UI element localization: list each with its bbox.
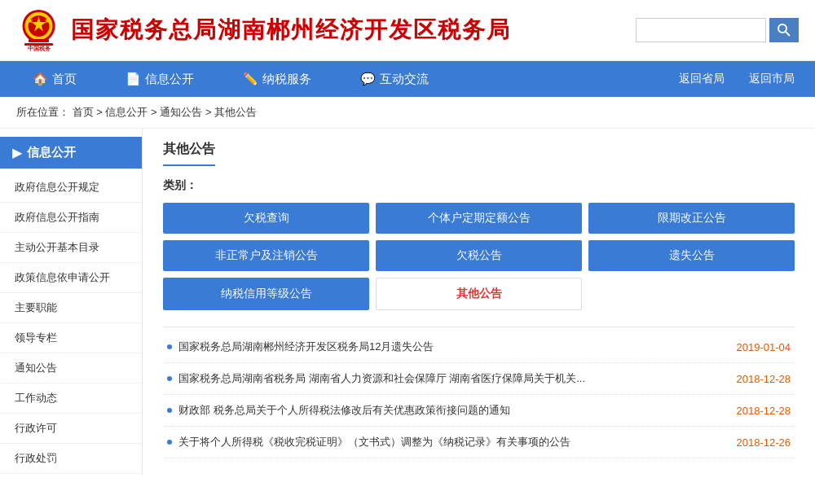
edit-icon: ✏️	[243, 72, 258, 86]
nav-home-label: 首页	[52, 72, 77, 87]
news-item-2: 财政部 税务总局关于个人所得税法修改后有关优惠政策衔接问题的通知 2018-12…	[163, 395, 795, 427]
return-province-button[interactable]: 返回省局	[667, 72, 737, 86]
svg-line-10	[786, 32, 790, 36]
sidebar: ▶ 信息公开 政府信息公开规定 政府信息公开指南 主动公开基本目录 政策信息依申…	[0, 129, 143, 474]
nav-interact-label: 互动交流	[380, 72, 429, 87]
sidebar-active-item[interactable]: ▶ 信息公开	[0, 137, 142, 169]
search-icon	[777, 23, 791, 37]
home-icon: 🏠	[33, 72, 48, 86]
content-title: 其他公告	[163, 141, 215, 166]
search-button[interactable]	[769, 18, 799, 42]
category-grid: 欠税查询 个体户定期定额公告 限期改正公告 非正常户及注销公告 欠税公告 遗失公…	[163, 203, 795, 310]
site-title: 国家税务总局湖南郴州经济开发区税务局	[71, 15, 511, 46]
svg-rect-6	[29, 39, 49, 42]
breadcrumb-info[interactable]: 信息公开	[105, 106, 148, 118]
breadcrumb: 所在位置： 首页 > 信息公开 > 通知公告 > 其他公告	[0, 97, 815, 129]
sidebar-item-5[interactable]: 领导专栏	[0, 323, 142, 353]
news-text-2[interactable]: 财政部 税务总局关于个人所得税法修改后有关优惠政策衔接问题的通知	[178, 403, 729, 418]
sidebar-active-label: 信息公开	[27, 145, 76, 160]
news-date-0: 2019-01-04	[737, 341, 791, 353]
sidebar-item-0[interactable]: 政府信息公开规定	[0, 173, 142, 203]
news-date-2: 2018-12-28	[737, 405, 791, 417]
nav-info-label: 信息公开	[145, 72, 194, 87]
news-item-0: 国家税务总局湖南郴州经济开发区税务局12月遗失公告 2019-01-04	[163, 331, 795, 363]
news-date-3: 2018-12-26	[737, 436, 791, 449]
cat-btn-6[interactable]: 纳税信用等级公告	[163, 278, 369, 310]
sidebar-item-6[interactable]: 通知公告	[0, 353, 142, 383]
svg-text:中国税务: 中国税务	[28, 45, 51, 52]
nav-service[interactable]: ✏️ 纳税服务	[218, 61, 336, 97]
main-layout: ▶ 信息公开 政府信息公开规定 政府信息公开指南 主动公开基本目录 政策信息依申…	[0, 129, 815, 474]
search-area	[636, 18, 799, 42]
news-item-1: 国家税务总局湖南省税务局 湖南省人力资源和社会保障厅 湖南省医疗保障局关于机关.…	[163, 363, 795, 395]
news-text-0[interactable]: 国家税务总局湖南郴州经济开发区税务局12月遗失公告	[178, 340, 729, 354]
news-text-1[interactable]: 国家税务总局湖南省税务局 湖南省人力资源和社会保障厅 湖南省医疗保障局关于机关.…	[178, 371, 729, 386]
cat-btn-7-active[interactable]: 其他公告	[376, 278, 582, 310]
sidebar-active-indicator: ▶	[12, 146, 22, 160]
nav-service-label: 纳税服务	[262, 72, 311, 87]
search-input[interactable]	[636, 18, 766, 42]
news-item-3: 关于将个人所得税《税收完税证明》（文书式）调整为《纳税记录》有关事项的公告 20…	[163, 427, 795, 458]
sidebar-item-8[interactable]: 行政许可	[0, 414, 142, 444]
chat-icon: 💬	[360, 72, 376, 86]
nav-interact[interactable]: 💬 互动交流	[336, 61, 453, 97]
cat-btn-4[interactable]: 欠税公告	[376, 240, 582, 271]
emblem-icon: 中国税务	[16, 8, 61, 53]
sidebar-item-3[interactable]: 政策信息依申请公开	[0, 263, 142, 293]
breadcrumb-current: 其他公告	[214, 106, 257, 118]
return-city-button[interactable]: 返回市局	[737, 72, 807, 86]
news-dot-icon	[167, 376, 172, 381]
nav-home[interactable]: 🏠 首页	[8, 61, 101, 97]
cat-btn-0[interactable]: 欠税查询	[163, 203, 369, 234]
header: 中国税务 国家税务总局湖南郴州经济开发区税务局	[0, 0, 815, 61]
cat-btn-5[interactable]: 遗失公告	[588, 240, 795, 271]
news-list: 国家税务总局湖南郴州经济开发区税务局12月遗失公告 2019-01-04 国家税…	[163, 327, 795, 458]
sidebar-item-7[interactable]: 工作动态	[0, 383, 142, 414]
sidebar-item-4[interactable]: 主要职能	[0, 293, 142, 323]
cat-btn-3[interactable]: 非正常户及注销公告	[163, 240, 369, 271]
sidebar-item-9[interactable]: 行政处罚	[0, 444, 142, 474]
news-date-1: 2018-12-28	[737, 373, 791, 385]
breadcrumb-notice[interactable]: 通知公告	[160, 106, 202, 118]
news-dot-icon	[167, 344, 172, 349]
cat-btn-2[interactable]: 限期改正公告	[588, 203, 795, 234]
category-label: 类别：	[163, 178, 795, 193]
news-text-3[interactable]: 关于将个人所得税《税收完税证明》（文书式）调整为《纳税记录》有关事项的公告	[178, 435, 729, 449]
cat-btn-1[interactable]: 个体户定期定额公告	[376, 203, 582, 234]
breadcrumb-prefix: 所在位置：	[16, 106, 69, 118]
content-area: 其他公告 类别： 欠税查询 个体户定期定额公告 限期改正公告 非正常户及注销公告…	[143, 129, 815, 474]
news-dot-icon	[167, 408, 172, 413]
sidebar-item-2[interactable]: 主动公开基本目录	[0, 233, 142, 263]
logo-area: 中国税务 国家税务总局湖南郴州经济开发区税务局	[16, 8, 636, 53]
doc-icon: 📄	[126, 72, 141, 86]
breadcrumb-home[interactable]: 首页	[73, 106, 94, 118]
news-dot-icon	[167, 440, 172, 445]
sidebar-item-1[interactable]: 政府信息公开指南	[0, 203, 142, 233]
svg-point-9	[778, 24, 786, 33]
nav-info[interactable]: 📄 信息公开	[101, 61, 218, 97]
main-nav: 🏠 首页 📄 信息公开 ✏️ 纳税服务 💬 互动交流 返回省局 返回市局	[0, 61, 815, 97]
